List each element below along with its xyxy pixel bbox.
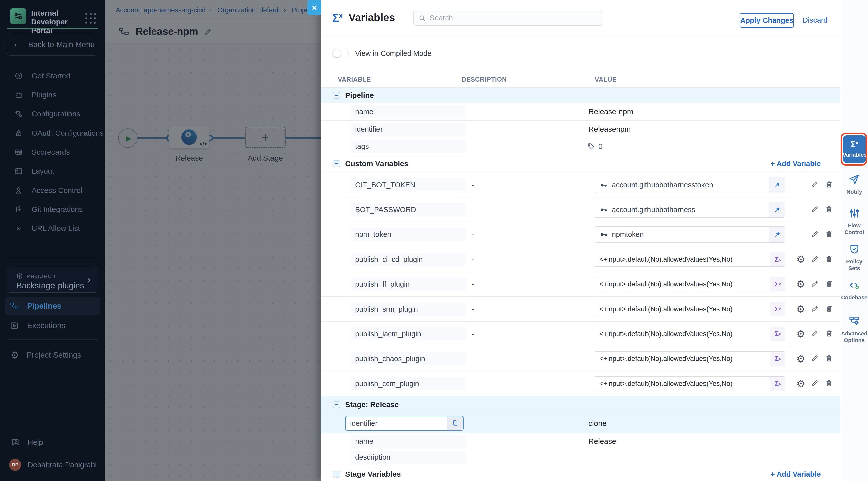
- expression-value-field[interactable]: <+input>.default(No).allowedValues(Yes,N…: [594, 252, 785, 267]
- settings-gear-button[interactable]: ⚙: [797, 329, 805, 339]
- rail-item[interactable]: Advanced Options: [840, 315, 868, 344]
- sidebar-nav-item[interactable]: Pipelines: [5, 297, 100, 315]
- delete-variable-button[interactable]: [825, 354, 833, 363]
- edit-variable-button[interactable]: [811, 379, 819, 388]
- secret-value-field[interactable]: npmtoken: [594, 226, 785, 243]
- variable-name: GIT_BOT_TOKEN: [351, 178, 466, 191]
- sidebar-item[interactable]: Git Integrations: [0, 200, 105, 219]
- rail-item[interactable]: Policy Sets: [840, 243, 868, 271]
- expression-value-field[interactable]: <+input>.default(No).allowedValues(Yes,N…: [594, 351, 785, 366]
- add-variable-button[interactable]: + Add Variable: [771, 160, 821, 168]
- copy-button[interactable]: [447, 416, 463, 430]
- rail-item[interactable]: Notify: [840, 173, 868, 195]
- expression-value-field[interactable]: <+input>.default(No).allowedValues(Yes,N…: [594, 376, 785, 391]
- back-to-main-menu[interactable]: ← Back to Main Menu: [14, 40, 95, 49]
- pin-button[interactable]: [769, 227, 785, 242]
- table-row: publish_iacm_plugin - <+input>.default(N…: [321, 321, 840, 346]
- sidebar-item-icon: [14, 109, 23, 119]
- sidebar-item[interactable]: Plugins: [0, 85, 105, 104]
- settings-gear-button[interactable]: ⚙: [797, 379, 805, 389]
- table-row: GIT_BOT_TOKEN - account.githubbotharness…: [321, 172, 840, 197]
- variable-name: publish_ff_plugin: [351, 278, 466, 291]
- apply-changes-button[interactable]: Apply Changes: [740, 13, 794, 28]
- sidebar-nav-item[interactable]: Executions: [5, 317, 100, 334]
- variable-description: -: [472, 380, 474, 388]
- delete-variable-button[interactable]: [825, 280, 833, 289]
- input-type-button[interactable]: Σx: [770, 377, 785, 391]
- settings-gear-button[interactable]: ⚙: [797, 279, 805, 289]
- expression-value: <+input>.default(No).allowedValues(Yes,N…: [599, 355, 733, 363]
- sidebar-item-label: Plugins: [32, 91, 56, 99]
- variables-table: VARIABLE DESCRIPTION VALUE − Pipeline na…: [321, 76, 840, 481]
- collapse-icon[interactable]: −: [333, 160, 340, 167]
- search-input[interactable]: [430, 10, 600, 25]
- edit-variable-button[interactable]: [811, 280, 819, 289]
- delete-variable-button[interactable]: [825, 304, 833, 314]
- expression-value-field[interactable]: <+input>.default(No).allowedValues(Yes,N…: [594, 327, 785, 341]
- pin-button[interactable]: [769, 177, 785, 193]
- pencil-icon: [811, 255, 819, 263]
- input-type-button[interactable]: Σx: [770, 327, 785, 341]
- compiled-mode-toggle[interactable]: [332, 49, 349, 58]
- edit-variable-button[interactable]: [811, 230, 819, 239]
- identifier-input[interactable]: identifier: [345, 416, 464, 430]
- variable-value: Release: [588, 437, 616, 446]
- input-type-button[interactable]: Σx: [770, 252, 785, 266]
- sidebar-item-project-settings[interactable]: ⚙ Project Settings: [0, 350, 81, 360]
- close-drawer-button[interactable]: ×: [307, 0, 321, 15]
- variable-name: publish_ccm_plugin: [351, 377, 466, 390]
- sidebar-item[interactable]: Scorecards: [0, 142, 105, 162]
- delete-variable-button[interactable]: [825, 180, 833, 190]
- app-logo[interactable]: [10, 8, 26, 24]
- collapse-icon[interactable]: −: [333, 92, 340, 99]
- edit-variable-button[interactable]: [811, 354, 819, 363]
- settings-gear-button[interactable]: ⚙: [797, 254, 805, 264]
- edit-variable-button[interactable]: [811, 180, 819, 190]
- edit-variable-button[interactable]: [811, 329, 819, 339]
- divider: [7, 258, 98, 258]
- sidebar-item[interactable]: URL Allow List: [0, 219, 105, 238]
- sidebar-item[interactable]: Access Control: [0, 181, 105, 200]
- expression-value: <+input>.default(No).allowedValues(Yes,N…: [599, 256, 733, 263]
- edit-variable-button[interactable]: [811, 205, 819, 214]
- help-button[interactable]: Help: [0, 437, 43, 447]
- input-type-button[interactable]: Σx: [770, 352, 785, 366]
- expression-value-field[interactable]: <+input>.default(No).allowedValues(Yes,N…: [594, 277, 785, 291]
- delete-variable-button[interactable]: [825, 255, 833, 264]
- rail-item[interactable]: Codebase: [840, 279, 868, 301]
- table-row: npm_token - npmtoken: [321, 222, 840, 247]
- discard-button[interactable]: Discard: [803, 16, 827, 24]
- sidebar-item[interactable]: OAuth Configurations: [0, 124, 105, 142]
- delete-variable-button[interactable]: [825, 329, 833, 339]
- delete-variable-button[interactable]: [825, 205, 833, 214]
- variable-description: -: [472, 205, 474, 214]
- delete-variable-button[interactable]: [825, 379, 833, 388]
- cube-icon: [16, 272, 23, 280]
- secret-value-field[interactable]: account.githubbotharnesstoken: [594, 177, 785, 193]
- secret-value-field[interactable]: account.githubbotharness: [594, 201, 785, 218]
- user-menu[interactable]: DP Debabrata Panigrahi: [0, 459, 97, 471]
- input-type-button[interactable]: Σx: [770, 302, 785, 316]
- sidebar-item[interactable]: Get Started: [0, 66, 105, 85]
- expression-value-field[interactable]: <+input>.default(No).allowedValues(Yes,N…: [594, 302, 785, 316]
- sidebar-item-label: URL Allow List: [32, 224, 80, 233]
- app-switcher-icon[interactable]: [85, 13, 96, 24]
- sidebar-item[interactable]: Layout: [0, 162, 105, 181]
- collapse-icon[interactable]: −: [333, 402, 340, 408]
- pin-button[interactable]: [769, 202, 785, 217]
- rail-item[interactable]: Flow Control: [840, 207, 868, 236]
- collapse-icon[interactable]: −: [333, 471, 340, 478]
- sidebar-item[interactable]: Configurations: [0, 104, 105, 124]
- edit-variable-button[interactable]: [811, 304, 819, 314]
- settings-gear-button[interactable]: ⚙: [797, 304, 805, 314]
- delete-variable-button[interactable]: [825, 230, 833, 239]
- settings-gear-button[interactable]: ⚙: [797, 354, 805, 364]
- rail-item-icon: [848, 315, 861, 327]
- project-selector[interactable]: PROJECT Backstage-plugins ›: [7, 267, 98, 293]
- edit-variable-button[interactable]: [811, 255, 819, 264]
- add-variable-button[interactable]: + Add Variable: [771, 470, 821, 479]
- rail-item-icon: [848, 243, 861, 255]
- input-type-button[interactable]: Σx: [770, 277, 785, 291]
- pencil-icon: [811, 280, 819, 288]
- sidebar-item-icon: [14, 224, 23, 233]
